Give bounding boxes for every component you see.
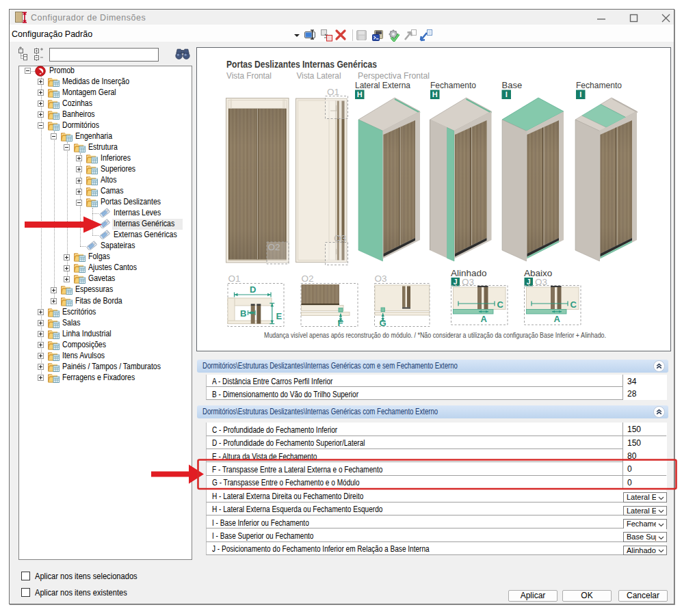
svg-text:H: H — [357, 90, 363, 98]
svg-text:C: C — [497, 299, 504, 310]
svg-text:O3: O3 — [375, 273, 387, 284]
svg-text:E: E — [276, 311, 283, 321]
svg-text:G: G — [380, 318, 386, 328]
svg-text:J: J — [527, 278, 531, 286]
svg-text:C: C — [570, 299, 577, 310]
svg-text:D: D — [250, 284, 256, 295]
svg-text:Base: Base — [502, 80, 523, 90]
svg-text:I: I — [579, 90, 581, 98]
svg-text:Fechamento: Fechamento — [430, 80, 476, 90]
svg-text:Lateral Externa: Lateral Externa — [355, 80, 411, 90]
svg-text:O3: O3 — [334, 233, 346, 243]
svg-text:A: A — [554, 314, 561, 324]
svg-text:Mudança visível apenas após re: Mudança visível apenas após reconstrução… — [264, 331, 606, 339]
svg-text:J: J — [454, 278, 458, 286]
svg-text:A: A — [481, 314, 488, 324]
svg-text:O2: O2 — [268, 242, 280, 252]
svg-text:Fechamento: Fechamento — [576, 80, 622, 90]
svg-text:O2: O2 — [302, 273, 314, 284]
svg-text:Portas Deslizantes Internas Ge: Portas Deslizantes Internas Genéricas — [226, 59, 377, 70]
svg-text:H: H — [432, 90, 438, 98]
svg-text:Vista Lateral: Vista Lateral — [297, 71, 341, 81]
svg-text:O1: O1 — [327, 87, 339, 97]
svg-text:I: I — [506, 90, 508, 98]
svg-text:F: F — [338, 318, 343, 328]
svg-text:O1: O1 — [228, 273, 241, 284]
svg-text:B: B — [240, 308, 246, 319]
svg-text:Vista Frontal: Vista Frontal — [226, 71, 272, 81]
